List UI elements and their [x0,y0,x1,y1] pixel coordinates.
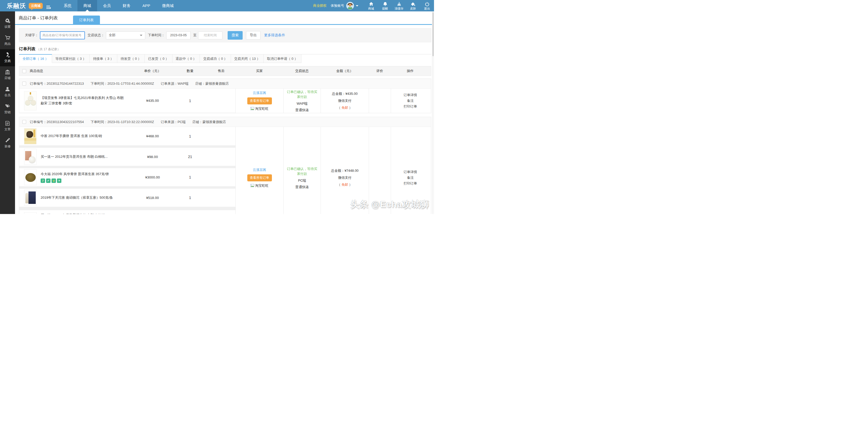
buyer-cell: 云溪荏苒 查看所有订单 淘宝旺旺 [236,89,283,113]
product-quantity: 1 [173,175,207,179]
product-title[interactable]: 买一送一 2012年贡马普洱生茶 布朗 白棉纸... [41,213,126,214]
product-title[interactable]: 【现货发售 3饼套装】七见2021年春韵系列 大雪山 布朗 勐宋 三饼套餐 3饼… [41,95,126,106]
page-title: 商品订单 - 订单列表 [19,11,58,25]
bell-icon [383,2,388,6]
document-icon [5,121,10,126]
tab-all-orders[interactable]: 全部订单（ 16 ） [19,54,52,63]
product-title[interactable]: 中茶 2017年手撕饼 普洱茶 生茶 100克/砖 [41,133,126,139]
product-quantity: 21 [173,155,207,159]
tab-closed[interactable]: 交易关闭（ 13 ） [231,54,264,63]
order-detail-link[interactable]: 订单详情 [404,170,417,174]
product-title[interactable]: 2019年下关沱茶 南诏御沱（班章五寨）500克/条 [41,195,126,200]
vertical-scrollbar[interactable] [432,11,434,214]
quick-skin-button[interactable]: 皮肤 [406,1,420,11]
col-product-info: 商品信息 [30,69,43,73]
nav-item-mall[interactable]: 商城 [78,0,97,11]
to-label: 至 [193,33,196,37]
nav-item-system[interactable]: 系统 [58,0,78,11]
account-name[interactable]: 体验账号 [331,3,344,8]
quick-remind-button[interactable]: 提醒 [378,1,392,11]
nav-item-member[interactable]: 会员 [97,0,117,11]
tab-awaiting-accept[interactable]: 待接单（ 3 ） [90,54,117,63]
order-checkbox[interactable] [22,120,26,124]
product-row: 【现货发售 3饼套装】七见2021年春韵系列 大雪山 布朗 勐宋 三饼套餐 3饼… [19,89,236,113]
product-title[interactable]: 今大福 2020年 风华青饼 普洱茶生茶 357克/饼 [41,172,126,177]
product-image[interactable] [24,212,36,214]
orders-table: 商品信息 单价（元） 数量 售后 买家 交易状态 金额（元） 评价 操作 订单编… [19,66,431,214]
product-price: ¥3000.00 [132,175,173,179]
tab-cancel-request[interactable]: 取消订单申请（ 0 ） [264,54,301,63]
sidebar-item-member[interactable]: 会员 [0,84,15,100]
sidebar-item-products[interactable]: 商品 [0,32,15,49]
end-date-input[interactable] [198,31,222,39]
product-image[interactable] [24,169,36,185]
trade-status-select[interactable]: 全部 [106,31,145,39]
order-source-tag: WAP端 [297,101,307,106]
gear-icon [5,18,10,23]
product-image[interactable] [24,190,36,206]
order-number: 订单编号：20230117024144722313 [30,81,84,86]
buyer-name-link[interactable]: 云溪荏苒 [253,91,266,95]
col-rating: 评价 [369,69,391,73]
more-filters-link[interactable]: 更多筛选条件 [264,33,285,37]
product-image[interactable] [24,128,36,144]
remark-link[interactable]: 备注 [407,175,414,180]
tab-refunding[interactable]: 退款中（ 0 ） [173,54,200,63]
product-image[interactable] [24,149,36,165]
print-order-link[interactable]: 打印订单 [404,104,417,109]
top-bar: 乐融沃 云商城 系统 商城 会员 财务 APP 微商城 商业授权 体验账号 商城… [0,0,434,11]
sidebar-item-articles[interactable]: 文章 [0,118,15,135]
quick-clear-cache-button[interactable]: 清缓存 [392,1,406,11]
page-tab-order-list[interactable]: 订单列表 [73,16,100,25]
tab-success[interactable]: 交易成功（ 0 ） [200,54,231,63]
order-detail-link[interactable]: 订单详情 [404,93,417,97]
taobao-wangwang-link[interactable]: 淘宝旺旺 [250,106,269,111]
nav-item-finance[interactable]: 财务 [117,0,136,11]
broken-image-icon [250,184,254,188]
print-order-link[interactable]: 打印订单 [404,181,417,186]
export-button[interactable]: 导出 [246,31,260,40]
tab-shipped[interactable]: 已发货（ 0 ） [145,54,172,63]
total-amount: 总金额：¥7448.00 [331,169,359,173]
tab-awaiting-shipment[interactable]: 待发货（ 0 ） [117,54,145,63]
table-header-row: 商品信息 单价（元） 数量 售后 买家 交易状态 金额（元） 评价 操作 [19,66,431,76]
sidebar-item-shop[interactable]: 店铺 [0,66,15,84]
account-dropdown-caret[interactable] [356,5,359,8]
sidebar-item-settings[interactable]: 设置 [0,15,15,32]
order-checkbox[interactable] [22,82,26,86]
sidebar-item-decorate[interactable]: 装修 [0,135,15,152]
product-row: 2019年下关沱茶 南诏御沱（班章五寨）500克/条 ¥518.00 1 [19,188,236,207]
amount-cell: 总金额：¥435.00 微信支付 （免邮） [320,89,369,113]
rating-cell [369,89,391,113]
order-time: 下单时间：2023-01-13T10:32:22.000000Z [91,120,154,124]
product-price: ¥435.00 [132,99,173,102]
remark-link[interactable]: 备注 [407,98,414,103]
product-image[interactable] [24,91,36,110]
view-all-orders-button[interactable]: 查看所有订单 [247,174,272,181]
sidebar-item-trade[interactable]: 交易 [0,49,15,66]
business-auth-link[interactable]: 商业授权 [313,3,327,8]
tab-awaiting-payment[interactable]: 等待买家付款（ 3 ） [52,54,90,63]
search-button[interactable]: 搜索 [228,31,243,40]
nav-item-app[interactable]: APP [136,0,156,11]
order-shop: 店铺：蒙顿茶膏旗舰店 [195,81,229,86]
tags-icon [5,104,10,109]
total-amount: 总金额：¥435.00 [332,91,358,96]
delivery-method: 普通快递 [296,108,309,113]
quick-logout-button[interactable]: 退出 [420,1,434,11]
select-all-checkbox[interactable] [22,69,26,73]
product-title[interactable]: 买一送一 2012年贡马普洱生茶 布朗 白棉纸... [41,154,126,159]
order-time: 下单时间：2023-01-17T03:41:44.000000Z [91,81,154,86]
start-date-input[interactable] [166,31,191,39]
quick-mall-button[interactable]: 商城 [364,1,378,11]
scrollbar-thumb[interactable] [432,12,434,56]
nav-item-wechat-mall[interactable]: 微商城 [156,0,180,11]
view-all-orders-button[interactable]: 查看所有订单 [247,97,272,104]
menu-toggle-icon[interactable] [46,6,51,9]
order-source: 订单来源：PC端 [161,120,186,124]
avatar[interactable] [346,2,354,9]
sidebar-item-marketing[interactable]: 营销 [0,100,15,118]
taobao-wangwang-link[interactable]: 淘宝旺旺 [250,183,269,188]
buyer-name-link[interactable]: 云溪荏苒 [253,167,266,172]
keyword-input[interactable] [40,31,85,39]
